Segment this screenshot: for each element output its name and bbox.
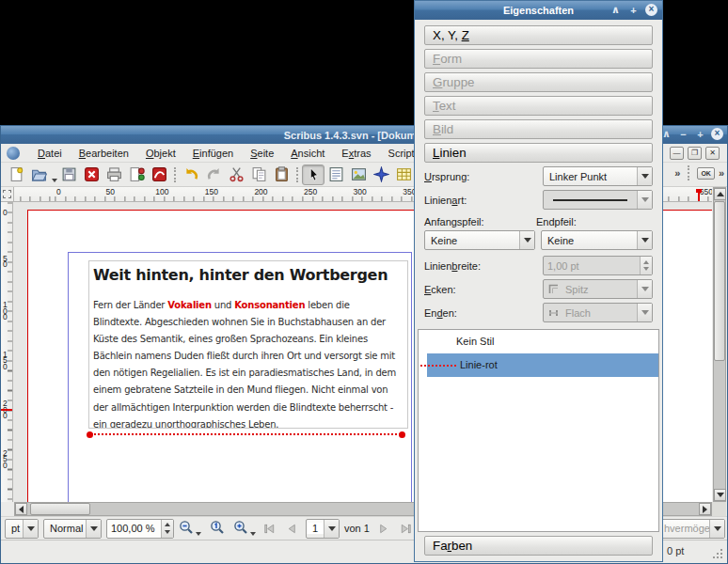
unit-select[interactable]: pt (5, 519, 39, 539)
line-width-spinner: 1,00 pt (543, 256, 653, 275)
corner-join-select: Spitz (543, 279, 653, 299)
toolbar-overflow-chevron-icon[interactable]: » (674, 167, 680, 179)
menu-extras[interactable]: Extras (333, 146, 379, 161)
ruler-label: 50 (3, 256, 8, 268)
section-linien[interactable]: Linien (424, 143, 653, 163)
insert-render-frame-icon[interactable] (370, 164, 392, 185)
open-icon[interactable] (27, 164, 50, 185)
menu-objekt[interactable]: Objekt (137, 146, 184, 161)
vision-value: hvermögen (658, 523, 709, 534)
mdi-minimize-icon[interactable]: — (670, 147, 684, 160)
section-farben[interactable]: Farben (424, 536, 653, 556)
toolbar-overflow-chevron-icon[interactable]: » (719, 167, 724, 179)
chevron-down-icon (637, 304, 652, 321)
spin-buttons[interactable] (161, 520, 173, 538)
float-panel-icon[interactable]: + (627, 5, 640, 16)
anfangspfeil-label: Anfangspfeil: (424, 216, 536, 227)
line-handle-left[interactable] (87, 431, 93, 438)
select-item-icon[interactable] (302, 164, 324, 185)
insert-text-frame-icon[interactable] (324, 164, 347, 185)
save-icon[interactable] (57, 164, 80, 185)
zoom-100-icon[interactable] (206, 518, 229, 539)
selected-line-object[interactable] (89, 431, 403, 438)
toolbar-grip-icon[interactable] (688, 165, 689, 180)
minimize-window-icon[interactable]: − (677, 129, 689, 140)
resize-grip[interactable] (712, 548, 723, 559)
zoom-out-icon[interactable] (179, 518, 201, 539)
cut-icon[interactable] (225, 164, 247, 185)
start-arrow-select[interactable]: Keine (424, 230, 535, 250)
end-arrow-select[interactable]: Keine (541, 230, 653, 250)
print-icon[interactable] (103, 164, 125, 185)
section-form: Form (424, 49, 653, 69)
pdf-export-icon[interactable] (148, 164, 170, 185)
copy-icon[interactable] (247, 164, 270, 185)
red-highlighted-word: Konsonantien (234, 300, 305, 310)
ruler-label: 300 (354, 187, 367, 196)
line-style-item[interactable]: Linie-rot (419, 353, 658, 377)
vertical-scroll-thumb[interactable] (714, 201, 725, 361)
scroll-left-icon[interactable] (15, 503, 27, 515)
vertical-ruler[interactable]: 050100150200250 (1, 202, 13, 502)
scroll-right-icon[interactable] (699, 503, 711, 515)
insert-image-frame-icon[interactable] (347, 164, 370, 185)
close-icon[interactable] (80, 164, 103, 185)
menu-einfügen[interactable]: Einfügen (184, 146, 242, 161)
section-gruppe: Gruppe (424, 72, 653, 92)
menu-seite[interactable]: Seite (242, 146, 282, 161)
close-panel-icon[interactable]: × (645, 4, 657, 16)
scroll-down-icon[interactable] (714, 489, 726, 501)
ruler-label: 200 (254, 187, 267, 196)
zoom-level-spinner[interactable]: 100,00 % (106, 519, 174, 539)
close-window-icon[interactable]: × (711, 128, 723, 140)
line-style-item[interactable]: Kein Stil (419, 330, 658, 353)
insert-table-icon[interactable] (392, 164, 415, 185)
linienbreite-label: Linienbreite: (424, 260, 537, 272)
zoom-in-icon[interactable] (233, 518, 256, 539)
ok-toolbar-icon[interactable]: OK (697, 167, 715, 180)
undo-icon[interactable] (180, 164, 202, 185)
cursor-position-marker (698, 189, 700, 201)
red-highlighted-word: Vokalien (167, 300, 212, 310)
corner-join-value: Spitz (560, 284, 637, 295)
vision-preview-select[interactable]: hvermögen (657, 519, 725, 539)
new-document-icon[interactable] (5, 164, 27, 185)
text-frame[interactable]: Weit hinten, hinter den Wortbergen Fern … (88, 260, 408, 429)
panel-titlebar[interactable]: Eigenschaften ∧ + × (415, 1, 662, 20)
ruler-origin-box[interactable] (1, 187, 14, 202)
shade-panel-icon[interactable]: ∧ (609, 4, 622, 16)
line-origin-value: Linker Punkt (544, 171, 637, 182)
miter-join-icon (547, 283, 560, 295)
line-origin-select[interactable]: Linker Punkt (543, 166, 653, 186)
ruler-label: 150 (3, 352, 8, 370)
document-body: Fern der Länder Vokalien und Konsonantie… (93, 297, 404, 429)
redo-icon[interactable] (202, 164, 225, 185)
line-handle-right[interactable] (399, 431, 405, 438)
first-page-icon[interactable] (261, 519, 278, 538)
menu-ansicht[interactable]: Ansicht (282, 146, 333, 161)
unit-value: pt (6, 523, 23, 534)
menu-datei[interactable]: Datei (29, 146, 71, 161)
last-page-icon[interactable] (397, 519, 415, 538)
quality-select[interactable]: Normal (43, 519, 102, 539)
chevron-down-icon (637, 231, 652, 249)
line-style-list: Kein StilLinie-rot (418, 329, 659, 532)
ruler-ticks (8, 202, 12, 502)
next-page-icon[interactable] (374, 519, 392, 538)
scroll-up-icon[interactable] (714, 188, 726, 200)
page-select[interactable]: 1 (306, 519, 340, 539)
flat-cap-icon (547, 306, 560, 319)
previous-page-icon[interactable] (283, 519, 301, 538)
preflight-verifier-icon[interactable] (125, 164, 148, 185)
chevron-down-icon (709, 520, 724, 538)
horizontal-scroll-thumb[interactable] (30, 503, 90, 515)
vertical-scrollbar[interactable] (713, 187, 726, 502)
paste-icon[interactable] (270, 164, 293, 185)
mdi-restore-icon[interactable]: ❐ (688, 147, 702, 160)
menu-bearbeiten[interactable]: Bearbeiten (71, 146, 137, 161)
mdi-close-icon[interactable]: ✕ (705, 147, 720, 160)
section-xyz[interactable]: X, Y, Z (424, 25, 653, 45)
maximize-window-icon[interactable]: + (694, 129, 706, 140)
desktop: { "colors": { "titlebar_blue": "#4f7fb0"… (0, 0, 728, 564)
ecken-label: Ecken: (424, 284, 537, 295)
